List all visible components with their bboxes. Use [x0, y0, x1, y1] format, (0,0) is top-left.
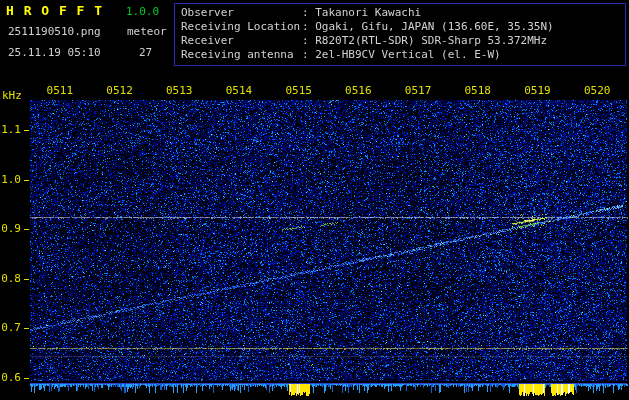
info-row-3: Receiving antenna: 2el-HB9CV Vertical (e…	[181, 48, 625, 62]
app-title: H R O F F T	[6, 3, 103, 18]
info-row-0: Observer: Takanori Kawachi	[181, 6, 625, 20]
time-tick-0519: 0519	[524, 84, 551, 97]
frequency-unit-label: kHz	[2, 89, 22, 102]
time-tick-0513: 0513	[166, 84, 193, 97]
info-value: : 2el-HB9CV Vertical (el. E-W)	[302, 48, 501, 61]
time-tick-0514: 0514	[226, 84, 253, 97]
frequency-tick-1.0: 1.0	[0, 173, 21, 186]
time-tick-0511: 0511	[47, 84, 74, 97]
info-row-2: Receiver: R820T2(RTL-SDR) SDR-Sharp 53.3…	[181, 34, 625, 48]
echo-count: 27	[139, 46, 152, 59]
info-value: : Takanori Kawachi	[302, 6, 421, 19]
app-version: 1.0.0	[126, 5, 159, 18]
frequency-tick-0.6: 0.6	[0, 371, 21, 384]
time-tick-0515: 0515	[285, 84, 312, 97]
info-row-1: Receiving Location: Ogaki, Gifu, JAPAN (…	[181, 20, 625, 34]
time-tick-0518: 0518	[465, 84, 492, 97]
info-value: : R820T2(RTL-SDR) SDR-Sharp 53.372MHz	[302, 34, 547, 47]
frequency-tick-0.8: 0.8	[0, 272, 21, 285]
mode-label: meteor	[127, 25, 167, 38]
observation-datetime: 25.11.19 05:10	[8, 46, 101, 59]
frequency-tick-0.9: 0.9	[0, 222, 21, 235]
time-tick-0512: 0512	[106, 84, 133, 97]
time-tick-0517: 0517	[405, 84, 432, 97]
time-tick-0516: 0516	[345, 84, 372, 97]
info-label: Receiving antenna	[181, 48, 302, 62]
hrofft-output: H R O F F T 1.0.0 2511190510.png meteor …	[0, 0, 629, 400]
output-filename: 2511190510.png	[8, 25, 101, 38]
info-label: Receiving Location	[181, 20, 302, 34]
frequency-tick-1.1: 1.1	[0, 123, 21, 136]
info-value: : Ogaki, Gifu, JAPAN (136.60E, 35.35N)	[302, 20, 554, 33]
observer-info-panel: Observer: Takanori KawachiReceiving Loca…	[174, 3, 626, 66]
frequency-tick-0.7: 0.7	[0, 321, 21, 334]
info-label: Receiver	[181, 34, 302, 48]
time-tick-0520: 0520	[584, 84, 611, 97]
info-label: Observer	[181, 6, 302, 20]
